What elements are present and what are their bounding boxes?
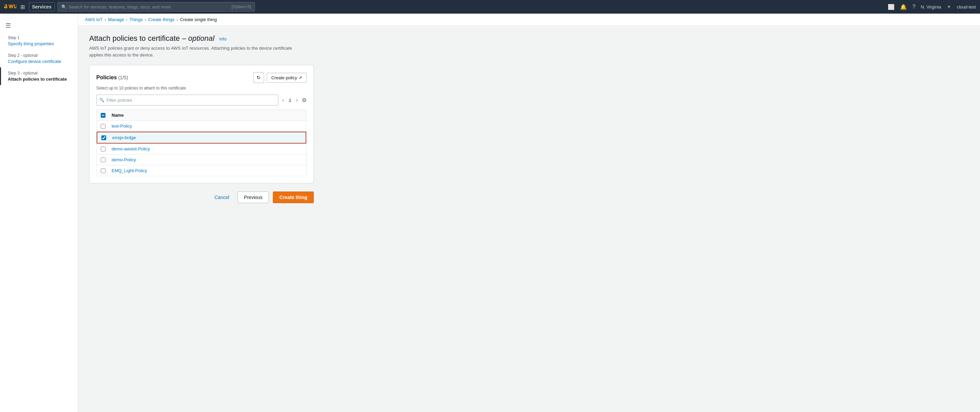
create-policy-label: Create policy	[271, 75, 297, 80]
nav-right: ⬜ 🔔 ? N. Virginia ▼ cloud-test	[888, 4, 976, 10]
filter-bar: 🔍 ‹ 1 › ⚙	[96, 95, 307, 105]
table-row: test-Policy	[97, 121, 306, 132]
filter-search-icon: 🔍	[99, 98, 105, 102]
footer-actions: Cancel Previous Create thing	[89, 191, 314, 203]
breadcrumb-things[interactable]: Things	[130, 17, 143, 22]
indeterminate-checkbox[interactable]	[101, 113, 105, 118]
sidebar-hamburger[interactable]: ☰	[0, 19, 78, 32]
policies-count: (1/5)	[118, 75, 128, 80]
row-5-name[interactable]: EMQ_Light-Policy	[111, 168, 147, 173]
row-4-checkbox-cell	[101, 157, 108, 162]
table-row: demo-Policy	[97, 154, 306, 165]
row-5-checkbox[interactable]	[101, 169, 105, 173]
next-page-button[interactable]: ›	[295, 97, 299, 103]
row-1-checkbox[interactable]	[101, 124, 105, 129]
bell-icon[interactable]: 🔔	[900, 4, 907, 10]
table-row: demo-awsiot-Policy	[97, 143, 306, 154]
step-3-label: Step 3 - optional	[8, 71, 71, 76]
sidebar-step-1: Step 1 Specify thing properties	[0, 32, 78, 50]
policies-title: Policies	[96, 75, 117, 80]
top-navigation: ⊞ Services 🔍 [Option+S] ⬜ 🔔 ? N. Virgini…	[0, 0, 980, 14]
breadcrumb: AWS IoT › Manage › Things › Create thing…	[78, 14, 980, 26]
policies-subtitle: Select up to 10 policies to attach to th…	[96, 86, 307, 91]
step-1-label: Step 1	[8, 35, 71, 40]
search-icon: 🔍	[61, 5, 67, 10]
step-1-link[interactable]: Specify thing properties	[8, 41, 54, 46]
account-selector[interactable]: cloud-test	[957, 5, 976, 10]
breadcrumb-sep-3: ›	[145, 17, 146, 22]
prev-page-button[interactable]: ‹	[281, 97, 285, 103]
page-title: Attach policies to certificate – optiona…	[89, 34, 969, 43]
page-number: 1	[287, 98, 293, 103]
row-4-name[interactable]: demo-Policy	[111, 157, 136, 162]
breadcrumb-sep-1: ›	[105, 17, 106, 22]
aws-logo[interactable]	[4, 3, 16, 11]
row-1-name[interactable]: test-Policy	[111, 124, 132, 129]
policies-title-group: Policies (1/5)	[96, 75, 128, 81]
policies-table: Name test-Policy emqx-brdg	[96, 110, 307, 176]
column-name-header: Name	[111, 113, 124, 118]
row-2-checkbox[interactable]	[102, 135, 106, 140]
policies-panel: Policies (1/5) ↻ Create policy ↗ Select …	[89, 65, 314, 183]
cancel-button[interactable]: Cancel	[210, 192, 234, 203]
row-2-checkbox-cell	[102, 135, 108, 140]
help-icon[interactable]: ?	[912, 4, 915, 10]
sidebar: ☰ Step 1 Specify thing properties Step 2…	[0, 14, 78, 412]
main-content: Attach policies to certificate – optiona…	[78, 26, 980, 412]
info-link[interactable]: Info	[219, 37, 227, 41]
cloud-icon[interactable]: ⬜	[888, 4, 894, 10]
row-1-checkbox-cell	[101, 124, 108, 129]
row-3-checkbox-cell	[101, 146, 108, 151]
breadcrumb-sep-4: ›	[177, 17, 178, 22]
policies-actions: ↻ Create policy ↗	[253, 72, 307, 83]
step-2-link[interactable]: Configure device certificate	[8, 59, 61, 64]
search-shortcut: [Option+S]	[232, 5, 251, 9]
step-2-label: Step 2 - optional	[8, 53, 71, 58]
breadcrumb-create-single: Create single thing	[180, 17, 217, 22]
external-link-icon: ↗	[298, 75, 302, 80]
sidebar-step-2: Step 2 - optional Configure device certi…	[0, 50, 78, 67]
header-checkbox-cell	[101, 113, 108, 118]
step-3-link: Attach policies to certificate	[8, 76, 67, 82]
breadcrumb-sep-2: ›	[126, 17, 127, 22]
breadcrumb-create-things[interactable]: Create things	[148, 17, 175, 22]
table-header: Name	[97, 110, 306, 121]
row-3-checkbox[interactable]	[101, 146, 105, 151]
row-5-checkbox-cell	[101, 169, 108, 173]
create-policy-button[interactable]: Create policy ↗	[267, 73, 307, 83]
breadcrumb-aws-iot[interactable]: AWS IoT	[85, 17, 103, 22]
filter-input[interactable]	[107, 98, 275, 103]
region-selector[interactable]: N. Virginia	[921, 5, 941, 10]
previous-button[interactable]: Previous	[237, 191, 269, 203]
page-description: AWS IoT policies grant or deny access to…	[89, 45, 307, 58]
table-row: emqx-brdge	[97, 132, 306, 143]
search-bar[interactable]: 🔍 [Option+S]	[57, 2, 255, 11]
sidebar-step-3: Step 3 - optional Attach policies to cer…	[0, 67, 78, 85]
filter-input-wrap[interactable]: 🔍	[96, 95, 278, 105]
table-settings-button[interactable]: ⚙	[302, 97, 307, 103]
services-button[interactable]: Services	[29, 2, 55, 11]
create-thing-button[interactable]: Create thing	[273, 191, 314, 203]
row-3-name[interactable]: demo-awsiot-Policy	[111, 146, 150, 151]
row-4-checkbox[interactable]	[101, 157, 105, 162]
pagination-controls: ‹ 1 ›	[281, 97, 299, 103]
row-2-name[interactable]: emqx-brdge	[112, 135, 136, 140]
grid-icon[interactable]: ⊞	[19, 2, 26, 11]
search-input[interactable]	[69, 5, 230, 10]
breadcrumb-manage[interactable]: Manage	[108, 17, 124, 22]
policies-header: Policies (1/5) ↻ Create policy ↗	[96, 72, 307, 83]
table-row: EMQ_Light-Policy	[97, 165, 306, 176]
refresh-button[interactable]: ↻	[253, 72, 264, 83]
